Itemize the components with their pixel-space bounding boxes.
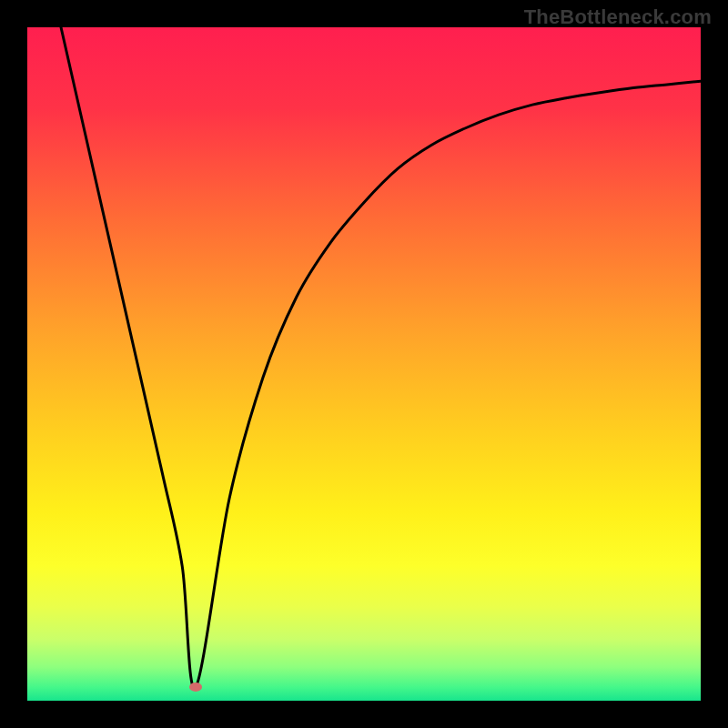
watermark-text: TheBottleneck.com — [524, 5, 712, 29]
svg-rect-0 — [27, 27, 701, 701]
plot-area — [27, 27, 701, 701]
chart-frame: TheBottleneck.com — [0, 0, 728, 728]
background-gradient — [27, 27, 701, 701]
